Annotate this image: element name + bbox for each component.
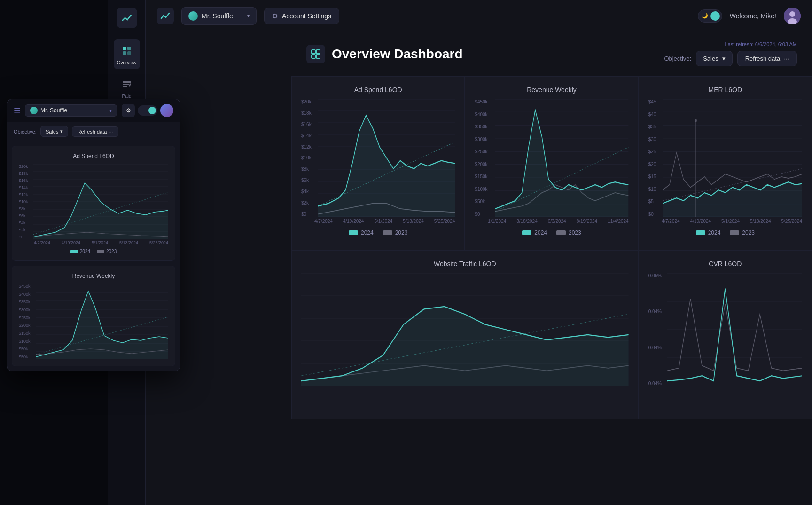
legend-ad-spend: 2024 2023 — [301, 229, 455, 236]
chart-revenue: Revenue Weekly $450k$400k$350k$300k$250k… — [465, 76, 638, 250]
overlay-legend-ad-spend: 2024 2023 — [19, 249, 168, 254]
overlay-gear-icon[interactable]: ⚙ — [122, 104, 135, 117]
x-axis-revenue: 1/1/20243/18/20246/3/20248/19/202411/4/2… — [475, 219, 628, 224]
controls-row: Last refresh: 6/6/2024, 6:03 AM Objectiv… — [664, 41, 797, 66]
legend-mer: 2024 2023 — [648, 229, 802, 236]
y-axis-ad-spend: $20k$18k$16k$14k$12k$10k$8k$6k$4k$2k$0 — [301, 99, 318, 217]
sidebar-item-paid[interactable]: Paid — [114, 73, 140, 103]
legend-gray-revenue — [556, 230, 566, 235]
chart-traffic-title: Website Traffic L6OD — [301, 260, 629, 268]
overlay-ad-spend-chart-area: $20k$18k$16k$14k$12k$10k$8k$6k$4k$2k$0 — [19, 164, 168, 239]
overlay-user-name: Mr. Souffle — [40, 107, 67, 114]
overlay-chevron-icon: ▾ — [109, 108, 112, 113]
account-settings-button[interactable]: ⚙ Account Settings — [264, 8, 339, 24]
overlay-objective-label: Objective: — [14, 129, 37, 134]
overlay-gray-color — [97, 250, 104, 253]
user-selector[interactable]: Mr. Souffle ▾ — [181, 7, 257, 25]
main-header: Mr. Souffle ▾ ⚙ Account Settings 🌙 Welco… — [146, 0, 812, 32]
legend-2023-mer: 2023 — [730, 229, 755, 236]
y-axis-mer: $45$40$35$30$25$20$15$10$5$0 — [648, 99, 663, 217]
objective-value: Sales — [703, 55, 718, 62]
overlay-objective-value: Sales — [46, 129, 59, 134]
overlay-chart-ad-spend: Ad Spend L6OD $20k$18k$16k$14k$12k$10k$8… — [12, 146, 175, 261]
svg-rect-2 — [127, 47, 131, 50]
chart-ad-spend: Ad Spend L6OD $20k$18k$16k$14k$12k$10k$8… — [291, 76, 465, 250]
overlay-legend-2023: 2023 — [97, 249, 117, 254]
legend-gray-mer — [730, 230, 739, 235]
dots-icon: ··· — [784, 55, 789, 62]
welcome-text: Welcome, Mike! — [730, 12, 776, 20]
objective-select[interactable]: Sales ▾ — [696, 51, 733, 66]
gear-icon: ⚙ — [272, 12, 278, 20]
main-app: Mr. Souffle ▾ ⚙ Account Settings 🌙 Welco… — [146, 0, 812, 505]
svg-rect-12 — [316, 50, 320, 54]
overlay-theme-toggle[interactable] — [138, 105, 157, 116]
refresh-label: Refresh data — [745, 55, 780, 62]
svg-rect-11 — [312, 50, 315, 54]
svg-rect-3 — [123, 51, 126, 55]
chart-ad-spend-title: Ad Spend L6OD — [301, 86, 455, 94]
chart-mer: MER L6OD $45$40$35$30$25$20$15$10$5$0 — [639, 76, 812, 250]
moon-icon: 🌙 — [702, 13, 708, 19]
legend-2023-revenue: 2023 — [556, 229, 581, 236]
dashboard-controls: Last refresh: 6/6/2024, 6:03 AM Objectiv… — [664, 41, 797, 66]
theme-toggle[interactable]: 🌙 — [698, 9, 722, 23]
objective-chevron-icon: ▾ — [722, 55, 726, 62]
dashboard-header: Overview Dashboard Last refresh: 6/6/202… — [291, 32, 812, 76]
main-content: Overview Dashboard Last refresh: 6/6/202… — [291, 32, 812, 505]
overlay-subheader: Objective: Sales ▾ Refresh data ··· — [7, 122, 180, 141]
svg-rect-13 — [312, 55, 315, 58]
user-avatar — [784, 8, 801, 24]
user-name: Mr. Souffle — [202, 12, 243, 20]
overlay-avatar — [160, 104, 173, 117]
header-right: 🌙 Welcome, Mike! — [698, 8, 801, 24]
overview-icon — [119, 43, 134, 58]
svg-rect-14 — [316, 55, 320, 58]
overlay-menu-icon[interactable]: ☰ — [14, 106, 20, 115]
svg-rect-1 — [123, 47, 126, 50]
legend-teal-color — [349, 230, 358, 235]
overlay-legend-2024: 2024 — [70, 249, 90, 254]
header-logo — [157, 8, 174, 24]
toggle-thumb — [710, 11, 720, 21]
svg-rect-6 — [123, 84, 129, 85]
chart-revenue-area — [495, 99, 628, 217]
svg-rect-4 — [127, 51, 131, 55]
chart-website-traffic: Website Traffic L6OD — [291, 250, 639, 419]
overlay-ad-spend-title: Ad Spend L6OD — [19, 153, 168, 159]
chart-cvr: CVR L6OD 0.05%0.04%0.04%0.04% — [639, 250, 812, 419]
refresh-data-button[interactable]: Refresh data ··· — [737, 51, 797, 66]
y-axis-revenue: $450k$400k$350k$300k$250k$200k$150k$100k… — [475, 99, 495, 217]
objective-label: Objective: — [664, 55, 691, 62]
overlay-user-selector[interactable]: Mr. Souffle ▾ — [25, 104, 117, 117]
svg-marker-79 — [33, 183, 168, 239]
overlay-objective-select[interactable]: Sales ▾ — [40, 126, 69, 137]
x-axis-mer: 4/7/20244/19/20245/1/20245/13/20245/25/2… — [648, 219, 802, 224]
legend-2024-label: 2024 — [361, 229, 374, 236]
svg-marker-27 — [318, 115, 455, 217]
overlay-chart-revenue: Revenue Weekly $450k$400k$350k$300k$250k… — [12, 266, 175, 366]
legend-2024: 2024 — [349, 229, 374, 236]
overlay-toggle-thumb — [148, 107, 156, 114]
chevron-down-icon: ▾ — [247, 13, 250, 18]
legend-2024-mer: 2024 — [696, 229, 721, 236]
overlay-controls: ⚙ — [122, 104, 173, 117]
sidebar-item-overview[interactable]: Overview — [114, 39, 140, 69]
overlay-revenue-chart-area: $450k$400k$350k$300k$250k$200k$150k$100k… — [19, 284, 168, 359]
dashboard-icon — [306, 45, 325, 63]
overlay-obj-chevron: ▾ — [60, 128, 63, 134]
chart-revenue-title: Revenue Weekly — [475, 86, 628, 94]
chart-ad-spend-area — [318, 99, 455, 217]
legend-teal-mer — [696, 230, 705, 235]
chart-traffic-area — [301, 273, 629, 386]
svg-point-0 — [130, 15, 132, 16]
chart-cvr-title: CVR L6OD — [648, 260, 802, 268]
svg-rect-7 — [123, 86, 127, 87]
legend-revenue: 2024 2023 — [475, 229, 628, 236]
legend-2024-revenue: 2024 — [522, 229, 547, 236]
legend-teal-revenue — [522, 230, 531, 235]
last-refresh-text: Last refresh: 6/6/2024, 6:03 AM — [725, 41, 797, 47]
overlay-refresh-button[interactable]: Refresh data ··· — [72, 126, 118, 137]
y-axis-cvr: 0.05%0.04%0.04%0.04% — [648, 273, 667, 386]
sidebar-logo[interactable] — [117, 8, 137, 28]
